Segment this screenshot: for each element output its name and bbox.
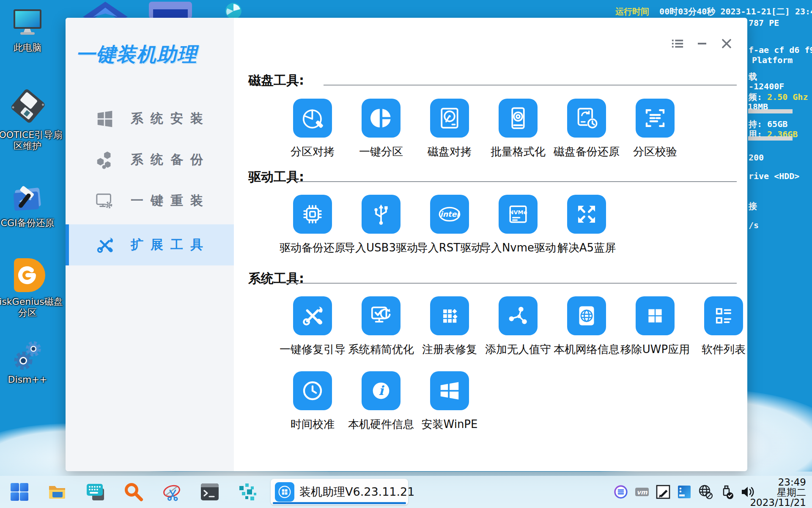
taskbar-left-icons [9,482,258,502]
desktop-label-diskgenius[interactable]: DiskGenius磁盘分区 [0,296,63,318]
tool-label: 一键分区 [359,144,403,159]
desktop-icon-bootice[interactable] [8,86,47,127]
clock-date: 2023/11/21 [750,497,806,508]
sidebar-item-label: 扩展工具 [131,236,210,254]
tool-system-optimize[interactable]: 系统精简优化 [347,296,415,357]
pie-edit-icon [293,99,332,138]
tool-import-usb3-driver[interactable]: 导入USB3驱动 [347,195,415,255]
clock-time: 23:49 [750,477,806,487]
minimize-button[interactable] [696,37,708,50]
pe-info-line: f-ae cf d6 f9 7f a5 [749,45,812,55]
tool-import-nvme-driver[interactable]: NVMe 导入Nvme驱动 [484,195,552,255]
windows-logo-icon [95,109,115,129]
app-sidebar: 一键装机助理 系统安装 系统备份 [66,18,234,471]
sidebar-item-label: 系统备份 [131,151,210,168]
globe-card-icon [567,296,606,335]
system-tools-grid-row2: 时间校准 i 本机硬件信息 安装WinPE [278,371,484,432]
installer-app-icon [275,482,294,502]
tool-partition-verify[interactable]: 分区校验 [621,99,689,159]
nvme-text: NVMe [509,209,527,215]
desktop-label-cgi[interactable]: CGI备份还原 [0,218,63,229]
sidebar-item-extension-tools[interactable]: 扩展工具 [66,224,234,265]
desktop-label-bootice[interactable]: BOOTICE引导扇区维护 [0,130,63,152]
tool-import-rst-driver[interactable]: intel 导入RST驱动 [415,195,484,255]
tool-repair-boot[interactable]: 一键修复引导 [278,296,347,357]
search-icon[interactable] [123,482,144,502]
snip-tool-icon[interactable] [162,482,182,502]
tool-install-winpe[interactable]: 安装WinPE [415,371,484,432]
pe-info-line: 787 PE [749,18,779,28]
tool-driver-backup-restore[interactable]: 驱动备份还原 [278,195,347,255]
driver-tools-grid: 驱动备份还原 导入USB3驱动 intel 导入RST驱动 [278,195,621,255]
terminal-icon[interactable] [200,482,220,502]
menu-list-button[interactable] [671,37,684,50]
tray-lines-circle-icon[interactable] [613,484,628,500]
desktop-label-dism[interactable]: Dism++ [0,374,63,385]
section-title-driver-tools: 驱动工具: [248,168,304,186]
pe-info-line: rive <HDD> [749,171,799,181]
cubes-icon [95,150,115,170]
pe-info-line: 接 [749,201,757,212]
pe-freq-label: 频: [749,92,762,102]
hdd-icon [430,99,469,138]
taskbar-clock[interactable]: 23:49 星期二 2023/11/21 [750,477,806,508]
desktop-icon-dism[interactable] [10,339,45,373]
taskbar-tray: vm [613,484,755,500]
tool-label: 软件列表 [702,342,746,357]
tool-disk-backup-restore[interactable]: 磁盘备份还原 [552,99,621,159]
tray-blue-app-icon[interactable] [677,484,692,500]
tool-label: 分区对拷 [291,144,335,159]
pe-info-line: 载 [749,71,757,83]
pixel-app-icon[interactable] [238,482,258,502]
tool-network-info[interactable]: 本机网络信息 [552,296,621,357]
tool-remove-uwp[interactable]: 移除UWP应用 [621,296,689,357]
tool-label: 一键修复引导 [280,342,346,357]
tool-registry-repair[interactable]: 注册表修复 [415,296,484,357]
sidebar-item-system-install[interactable]: 系统安装 [66,98,234,139]
tray-network-offline-icon[interactable] [698,484,713,500]
sidebar-item-label: 一键重装 [131,192,210,210]
pe-runtime-label: 运行时间 [615,6,649,17]
tool-disk-copy[interactable]: 磁盘对拷 [415,99,484,159]
desktop-icon-cgi[interactable] [10,183,45,216]
tool-label: 系统精简优化 [348,342,414,357]
file-explorer-icon[interactable] [47,482,68,502]
desktop-icon-this-pc[interactable] [11,8,44,36]
tool-batch-format[interactable]: 批量格式化 [484,99,552,159]
tool-label: 分区校验 [633,144,677,159]
tool-time-sync[interactable]: 时间校准 [278,371,347,432]
tray-pen-tool-icon[interactable] [656,484,671,500]
tool-label: 磁盘备份还原 [554,144,620,159]
pe-info-line: 持: 65GB [749,119,787,130]
desktop-label-this-pc[interactable]: 此电脑 [0,42,63,53]
tool-label: 导入Nvme驱动 [480,240,556,255]
tool-label: 安装WinPE [422,417,478,432]
sidebar-item-one-key-reinstall[interactable]: 一键重装 [66,180,234,221]
monitor-icon [11,8,44,36]
tool-add-unattend[interactable]: 添加无人值守 [484,296,552,357]
close-button[interactable] [720,37,733,50]
vm-text: vm [636,489,648,496]
tool-one-key-partition[interactable]: 一键分区 [347,99,415,159]
pe-runtime-line: 运行时间 00时03分40秒 2023-11-21[二] 23:49:36 [615,6,812,17]
desktop-icon-diskgenius[interactable] [9,257,46,294]
monitor-gear-icon [95,191,115,211]
clock-icon [293,371,332,410]
start-button[interactable] [9,482,30,502]
format-drive-icon [499,99,538,138]
tool-software-list[interactable]: 软件列表 [689,296,758,357]
tray-vmware-icon[interactable]: vm [634,484,650,500]
tray-usb-eject-icon[interactable] [719,484,734,500]
sidebar-item-system-backup[interactable]: 系统备份 [66,139,234,180]
hidden-desktop-icon-3 [217,3,250,19]
tool-partition-copy[interactable]: 分区对拷 [278,99,347,159]
desktop: { "pe_overlay": { "runtime_label": "运行时间… [0,0,812,508]
intel-logo-icon: intel [430,195,469,234]
pe-info-line: 频: 2.50 Ghz [749,91,808,103]
app-window: 一键装机助理 系统安装 系统备份 [66,18,747,471]
tool-hardware-info[interactable]: i 本机硬件信息 [347,371,415,432]
taskbar-app-button[interactable]: 装机助理V6.23.11.21 [271,479,408,505]
sidebar-item-label: 系统安装 [131,110,210,127]
tool-fix-a5-bluescreen[interactable]: 解决A5蓝屏 [552,195,621,255]
keyboard-tool-icon[interactable] [85,482,106,502]
